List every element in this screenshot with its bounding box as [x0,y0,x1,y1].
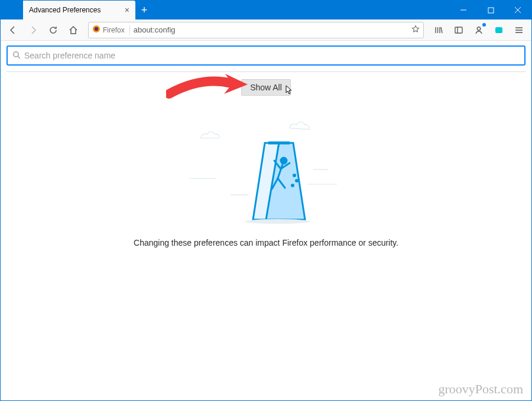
tab-close-icon[interactable]: × [125,5,129,15]
bookmark-star-icon[interactable] [411,25,420,35]
preference-search-bar[interactable] [7,45,525,66]
forward-button [24,21,42,39]
sidebar-button[interactable] [450,21,468,39]
warning-illustration [189,119,343,227]
window-close-button[interactable] [504,1,531,19]
svg-rect-13 [495,27,502,33]
svg-rect-10 [455,27,462,33]
reload-button[interactable] [44,21,62,39]
maximize-button[interactable] [477,1,504,19]
svg-point-17 [14,51,18,56]
new-tab-button[interactable]: + [135,1,153,19]
svg-point-33 [296,180,298,182]
warning-text: Changing these preferences can impact Fi… [7,238,525,247]
pocket-button[interactable] [490,21,508,39]
svg-point-12 [477,27,481,30]
preference-search-input[interactable] [24,51,520,60]
window-controls [450,1,531,19]
minimize-button[interactable] [450,1,477,19]
account-button[interactable] [470,21,488,39]
url-bar[interactable]: Firefox about:config [88,22,424,38]
search-icon [12,51,21,61]
svg-line-18 [18,56,20,58]
svg-point-5 [95,27,98,31]
nav-toolbar: Firefox about:config [1,19,531,41]
home-button[interactable] [64,21,82,39]
firefox-logo-icon [92,25,100,35]
browser-tab[interactable]: Advanced Preferences × [23,1,135,19]
svg-point-26 [281,158,287,164]
identity-label: Firefox [103,26,125,34]
site-identity[interactable]: Firefox [92,25,130,35]
svg-point-32 [294,175,296,177]
svg-point-35 [245,219,310,224]
svg-point-34 [292,185,294,187]
annotation-arrow-icon [166,70,249,102]
watermark: groovyPost.com [438,382,523,397]
show-all-label: Show All [250,83,282,92]
library-button[interactable] [430,21,447,39]
titlebar: Advanced Preferences × + [1,1,531,19]
about-config-content: Show All [1,41,531,247]
url-text[interactable]: about:config [134,25,408,34]
divider [7,71,525,72]
back-button[interactable] [4,21,22,39]
mouse-cursor-icon [286,85,294,97]
svg-line-9 [441,27,442,33]
svg-rect-1 [488,8,494,13]
notification-dot-icon [482,23,486,27]
menu-button[interactable] [510,21,528,39]
tab-title: Advanced Preferences [29,6,120,14]
